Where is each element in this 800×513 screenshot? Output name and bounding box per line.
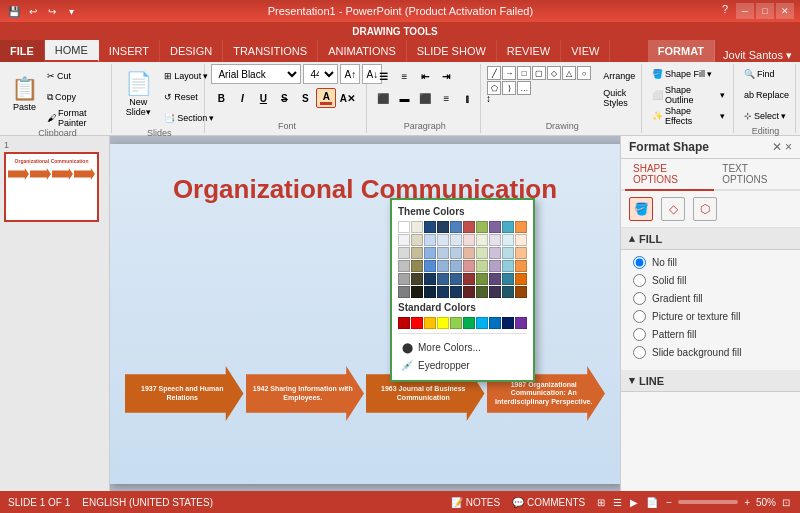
tab-format[interactable]: FORMAT — [648, 40, 715, 62]
paste-button[interactable]: 📋 Paste — [8, 66, 41, 122]
bullet-list-button[interactable]: ☰ — [373, 66, 393, 86]
zoom-out-button[interactable]: − — [664, 497, 674, 508]
theme-color-swatch[interactable] — [450, 260, 462, 272]
theme-color-swatch[interactable] — [437, 247, 449, 259]
pattern-fill-option[interactable]: Pattern fill — [633, 328, 788, 341]
shape-pentagon[interactable]: ⬠ — [487, 81, 501, 95]
theme-color-swatch[interactable] — [450, 286, 462, 298]
arrow-1[interactable]: 1937 Speech and Human Relations — [125, 366, 244, 421]
theme-color-swatch[interactable] — [489, 234, 501, 246]
italic-button[interactable]: I — [232, 88, 252, 108]
theme-color-swatch[interactable] — [411, 273, 423, 285]
gradient-fill-radio[interactable] — [633, 292, 646, 305]
slide-thumbnail-1[interactable]: Organizational Communication — [4, 152, 99, 222]
theme-color-swatch[interactable] — [411, 221, 423, 233]
theme-color-swatch[interactable] — [489, 260, 501, 272]
theme-color-swatch[interactable] — [424, 221, 436, 233]
shape-rect[interactable]: □ — [517, 66, 531, 80]
theme-color-swatch[interactable] — [411, 260, 423, 272]
notes-button[interactable]: 📝 NOTES — [449, 497, 502, 508]
theme-color-swatch[interactable] — [463, 273, 475, 285]
standard-color-swatch[interactable] — [476, 317, 488, 329]
increase-indent-button[interactable]: ⇥ — [436, 66, 456, 86]
slide-canvas[interactable]: Organizational Communication 1937 Speech… — [110, 144, 620, 484]
theme-color-swatch[interactable] — [398, 273, 410, 285]
theme-color-swatch[interactable] — [489, 221, 501, 233]
tab-transitions[interactable]: TRANSITIONS — [223, 40, 318, 62]
shape-triangle[interactable]: △ — [562, 66, 576, 80]
theme-color-swatch[interactable] — [502, 234, 514, 246]
theme-color-swatch[interactable] — [437, 260, 449, 272]
tab-view[interactable]: VIEW — [561, 40, 610, 62]
tab-home[interactable]: HOME — [45, 40, 99, 62]
standard-color-swatch[interactable] — [489, 317, 501, 329]
theme-color-swatch[interactable] — [437, 273, 449, 285]
theme-color-swatch[interactable] — [398, 286, 410, 298]
fill-section-header[interactable]: ▴ FILL — [621, 228, 800, 250]
theme-color-swatch[interactable] — [515, 273, 527, 285]
increase-font-button[interactable]: A↑ — [340, 64, 360, 84]
align-left-button[interactable]: ⬛ — [373, 88, 393, 108]
minimize-button[interactable]: ─ — [736, 3, 754, 19]
theme-color-swatch[interactable] — [502, 260, 514, 272]
columns-button[interactable]: ⫿ — [457, 88, 477, 108]
theme-color-swatch[interactable] — [463, 286, 475, 298]
theme-color-swatch[interactable] — [476, 286, 488, 298]
font-color-button[interactable]: A — [316, 88, 336, 108]
standard-color-swatch[interactable] — [463, 317, 475, 329]
align-center-button[interactable]: ▬ — [394, 88, 414, 108]
no-fill-radio[interactable] — [633, 256, 646, 269]
shape-effects-button[interactable]: ✨ Shape Effects ▾ — [648, 106, 729, 126]
replace-button[interactable]: ab Replace — [740, 85, 793, 105]
canvas-area[interactable]: Organizational Communication 1937 Speech… — [110, 136, 620, 491]
theme-color-swatch[interactable] — [515, 260, 527, 272]
arrow-2[interactable]: 1942 Sharing Information with Employees. — [246, 366, 365, 421]
standard-color-swatch[interactable] — [450, 317, 462, 329]
standard-color-swatch[interactable] — [424, 317, 436, 329]
slide-bg-fill-option[interactable]: Slide background fill — [633, 346, 788, 359]
tab-review[interactable]: REVIEW — [497, 40, 561, 62]
picture-fill-option[interactable]: Picture or texture fill — [633, 310, 788, 323]
tab-design[interactable]: DESIGN — [160, 40, 223, 62]
numbered-list-button[interactable]: ≡ — [394, 66, 414, 86]
theme-color-swatch[interactable] — [411, 286, 423, 298]
theme-color-swatch[interactable] — [463, 247, 475, 259]
standard-color-swatch[interactable] — [515, 317, 527, 329]
theme-color-swatch[interactable] — [450, 273, 462, 285]
line-section-header[interactable]: ▾ LINE — [621, 370, 800, 392]
theme-color-swatch[interactable] — [502, 286, 514, 298]
comments-button[interactable]: 💬 COMMENTS — [510, 497, 587, 508]
theme-color-swatch[interactable] — [424, 260, 436, 272]
theme-color-swatch[interactable] — [437, 234, 449, 246]
solid-fill-option[interactable]: Solid fill — [633, 274, 788, 287]
view-slide-show-button[interactable]: ▶ — [628, 497, 640, 508]
undo-icon[interactable]: ↩ — [25, 3, 41, 19]
shape-more[interactable]: … — [517, 81, 531, 95]
theme-color-swatch[interactable] — [411, 234, 423, 246]
theme-color-swatch[interactable] — [398, 234, 410, 246]
shape-arrow[interactable]: → — [502, 66, 516, 80]
theme-color-swatch[interactable] — [424, 234, 436, 246]
theme-color-swatch[interactable] — [515, 221, 527, 233]
theme-color-swatch[interactable] — [502, 273, 514, 285]
close-button[interactable]: ✕ — [776, 3, 794, 19]
theme-color-swatch[interactable] — [411, 247, 423, 259]
strikethrough-button[interactable]: S — [274, 88, 294, 108]
shape-line[interactable]: ╱ — [487, 66, 501, 80]
tab-text-options[interactable]: TEXT OPTIONS — [714, 159, 796, 191]
bold-button[interactable]: B — [211, 88, 231, 108]
restore-button[interactable]: □ — [756, 3, 774, 19]
theme-color-swatch[interactable] — [515, 286, 527, 298]
save-icon[interactable]: 💾 — [6, 3, 22, 19]
theme-color-swatch[interactable] — [437, 286, 449, 298]
theme-color-swatch[interactable] — [476, 260, 488, 272]
tab-slide-show[interactable]: SLIDE SHOW — [407, 40, 497, 62]
theme-color-swatch[interactable] — [463, 234, 475, 246]
solid-fill-radio[interactable] — [633, 274, 646, 287]
shadow-button[interactable]: S — [295, 88, 315, 108]
shape-options-icon[interactable]: ⬡ — [693, 197, 717, 221]
no-fill-option[interactable]: No fill — [633, 256, 788, 269]
standard-color-swatch[interactable] — [437, 317, 449, 329]
theme-color-swatch[interactable] — [398, 260, 410, 272]
theme-color-swatch[interactable] — [398, 247, 410, 259]
